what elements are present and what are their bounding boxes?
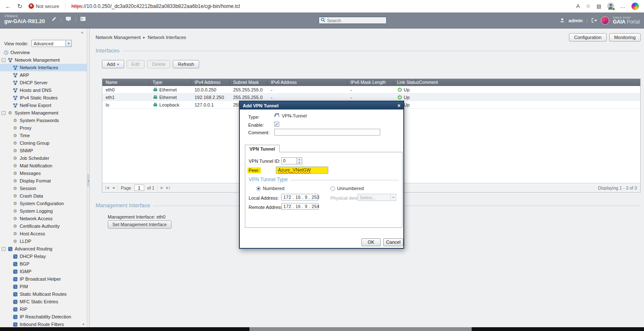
sidebar-item-crash-data[interactable]: ⚙Crash Data [0,192,87,200]
sidebar-item-pim[interactable]: PIM [0,283,87,290]
remote-address-input[interactable]: 172 . 16 . 9 . 254 [281,203,318,210]
sidebar-item-display-format[interactable]: ⚙Display Format [0,177,87,185]
tab-vpn-tunnel[interactable]: VPN Tunnel [245,145,280,152]
spin-up-icon[interactable]: ▴ [297,158,302,161]
sidebar-item-inbound-route-filters[interactable]: Inbound Route Filters [0,321,87,327]
column-header[interactable]: IPv6 Mask Length [347,79,394,86]
collapse-toggle-icon[interactable]: − [2,58,5,62]
sidebar-item-network-management[interactable]: −Network Management [0,56,87,64]
browser-profile-avatar[interactable] [607,3,614,10]
browser-refresh-icon[interactable]: ↻ [17,3,23,9]
sidebar-item-mfc-static-entries[interactable]: MFC Static Entries [0,298,87,305]
sidebar-item-rip[interactable]: RIP [0,305,87,313]
sidebar-item-hosts-and-dns[interactable]: Hosts and DNS [0,86,87,94]
table-row-eth0[interactable]: eth0Ethernet10.0.0.250255.255.255.0--Up [102,86,640,94]
next-page-button[interactable]: ▶ [161,186,163,190]
sidebar-item-messages[interactable]: ⚙Messages [0,169,87,177]
sidebar-item-system-passwords[interactable]: ⚙System Passwords [0,117,87,124]
logged-in-user[interactable]: admin [569,18,583,23]
first-page-button[interactable]: ◀ [106,186,109,190]
sidebar-item-dhcp-relay[interactable]: DHCP Relay [0,253,87,260]
last-page-button[interactable]: ▶ [166,186,170,190]
monitoring-button[interactable]: Monitoring [609,33,641,42]
read-aloud-icon[interactable]: A [576,3,580,9]
column-header[interactable]: Link Status [394,79,415,86]
sidebar-item-ipv4-static-routes[interactable]: IPv4 Static Routes [0,94,87,102]
sidebar-item-system-management[interactable]: −⚙System Management [0,109,87,117]
sidebar-item-netflow-export[interactable]: NetFlow Export [0,102,87,109]
column-header[interactable]: IPv4 Address [191,79,230,86]
sidebar-item-snmp[interactable]: ⚙SNMP [0,147,87,154]
table-row-eth1[interactable]: eth1Ethernet192.168.2.250255.255.255.0--… [102,94,640,101]
cancel-button[interactable]: Cancel [383,238,403,246]
sidebar-item-network-interfaces[interactable]: Network Interfaces [0,64,87,71]
view-mode-select[interactable]: Advanced ▾ [31,40,72,47]
collections-icon[interactable]: ▤ [597,4,601,9]
sidebar-item-bgp[interactable]: BGP [0,260,87,268]
dialog-close-icon[interactable]: × [397,103,400,109]
splitter-collapse-icon[interactable]: ◂ [87,174,89,187]
local-address-input[interactable]: 172 . 16 . 9 . 253 [281,194,318,201]
global-search-box[interactable] [319,17,387,24]
terminal-icon[interactable] [80,16,86,22]
collapse-toggle-icon[interactable]: − [2,247,5,251]
edit-button[interactable]: Edit [127,60,145,68]
column-header[interactable]: Type [149,79,191,86]
comment-input[interactable] [274,129,380,136]
sidebar-item-overview[interactable]: Overview [0,49,87,56]
collapse-toggle-icon[interactable]: − [2,111,5,115]
peer-input[interactable]: Azure_VNetGW [276,167,328,174]
column-header[interactable]: Comment [415,79,640,86]
sidebar-collapse-icon[interactable]: « [81,30,83,35]
sidebar-item-session[interactable]: ⚙Session [0,185,87,192]
sidebar-item-system-configuration[interactable]: ⚙System Configuration [0,200,87,207]
search-input[interactable] [327,18,377,23]
sidebar-item-igmp[interactable]: IGMP [0,268,87,275]
add-button[interactable]: Add▾ [102,60,124,68]
breadcrumb-parent[interactable]: Network Management [96,35,141,40]
sidebar-item-dhcp-server[interactable]: DHCP Server [0,79,87,86]
delete-button[interactable]: Delete [147,60,171,68]
column-header[interactable]: IPv6 Address [267,79,347,86]
spin-down-icon[interactable]: ▾ [297,161,302,164]
sidebar-item-lldp[interactable]: ⚙LLDP [0,237,87,245]
sidebar-item-certificate-authority[interactable]: ⚙Certificate Authority [0,222,87,230]
sidebar-item-arp[interactable]: ARP [0,71,87,79]
enable-checkbox[interactable]: ✓ [274,122,279,127]
configuration-button[interactable]: Configuration [569,33,606,42]
edit-pencil-icon[interactable] [52,16,57,22]
sidebar-item-proxy[interactable]: ⚙Proxy [0,124,87,132]
sidebar-item-cloning-group[interactable]: ⚙Cloning Group [0,139,87,147]
column-header[interactable]: Name [102,79,149,86]
dialog-titlebar[interactable]: Add VPN Tunnel × [240,102,403,109]
sidebar-item-network-access[interactable]: ⚙Network Access [0,215,87,222]
refresh-button[interactable]: Refresh [173,60,199,68]
previous-page-button[interactable]: ◀ [112,186,114,190]
page-number-input[interactable] [134,185,144,191]
unnumbered-radio[interactable]: Unnumbered [330,186,364,191]
sidebar-item-static-multicast-routes[interactable]: Static Multicast Routes [0,290,87,298]
sidebar-item-job-scheduler[interactable]: ⚙Job Scheduler [0,154,87,162]
browser-back-icon[interactable]: ← [5,3,11,9]
sidebar-item-time[interactable]: ⚙Time [0,132,87,139]
numbered-radio[interactable]: Numbered [256,186,284,191]
sidebar-item-ip-broadcast-helper[interactable]: IP Broadcast Helper [0,275,87,283]
column-header[interactable]: Subnet Mask [230,79,267,86]
logout-icon[interactable] [592,18,597,23]
site-security-badge[interactable]: × Not secure [29,3,60,9]
address-bar[interactable]: https://10.0.0.250/_dc3a920c42212ba82a08… [71,3,240,9]
browser-menu-icon[interactable]: … [620,3,626,9]
sidebar-item-system-logging[interactable]: ⚙System Logging [0,207,87,215]
tunnel-id-spinner[interactable]: 0 ▴▾ [281,157,302,164]
console-window-icon[interactable] [65,16,71,22]
sidebar-splitter[interactable]: ◂ [87,29,90,327]
sidebar-item-mail-notification[interactable]: ⚙Mail Notification [0,162,87,169]
sidebar-item-host-access[interactable]: ⚙Host Access [0,230,87,237]
sidebar-item-advanced-routing[interactable]: −Advanced Routing [0,245,87,253]
ok-button[interactable]: OK [361,238,381,246]
set-management-interface-button[interactable]: Set Management Interface [108,220,171,229]
favorite-star-icon[interactable]: ☆ [586,3,591,9]
extension-profile-icon[interactable] [631,3,639,10]
sidebar-scroll-down-icon[interactable]: ▼ [82,323,85,326]
sidebar-item-ip-reachability-detection[interactable]: IP Reachability Detection [0,313,87,321]
